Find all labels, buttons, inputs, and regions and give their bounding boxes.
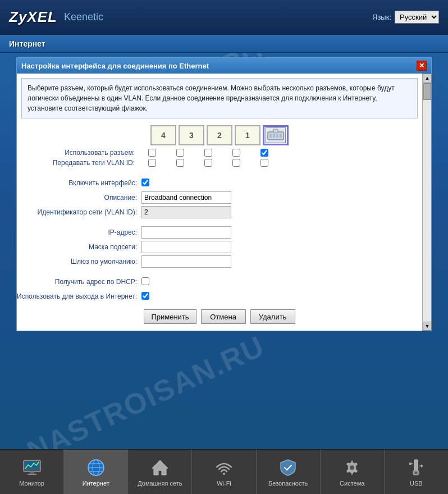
svg-point-18 bbox=[350, 465, 354, 470]
svg-rect-2 bbox=[273, 134, 275, 138]
use-port-2-checkbox[interactable] bbox=[204, 149, 212, 157]
nav-item-internet[interactable]: Интернет bbox=[64, 450, 128, 494]
enable-value bbox=[141, 176, 422, 190]
use-port-1-checkbox[interactable] bbox=[232, 149, 240, 157]
delete-button[interactable]: Удалить bbox=[250, 309, 295, 324]
watermark-bottom: NASTROISAN.RU bbox=[22, 329, 270, 449]
svg-rect-4 bbox=[280, 134, 282, 138]
nav-label-wifi: Wi-Fi bbox=[217, 480, 231, 487]
svg-point-16 bbox=[223, 473, 225, 475]
description-input[interactable] bbox=[141, 191, 231, 204]
vlan-tag-label: Передавать теги VLAN ID: bbox=[17, 159, 139, 167]
gateway-value bbox=[141, 254, 422, 269]
ip-input[interactable] bbox=[141, 226, 231, 239]
port-3[interactable]: 3 bbox=[179, 125, 204, 145]
ip-row: IP-адрес: bbox=[17, 225, 422, 240]
nav-label-system: Система bbox=[340, 480, 364, 487]
monitor-icon bbox=[22, 458, 42, 478]
lang-label: Язык: bbox=[372, 13, 391, 21]
nav-item-usb[interactable]: USB bbox=[385, 450, 448, 494]
scrollbar[interactable]: ▲ ▼ bbox=[422, 74, 431, 331]
shield-icon bbox=[278, 458, 298, 478]
enable-label: Включить интерфейс: bbox=[17, 176, 141, 190]
nav-label-security: Безопасность bbox=[268, 480, 308, 487]
dhcp-checkbox[interactable] bbox=[141, 277, 149, 285]
ports-section: 4 3 2 1 bbox=[17, 123, 422, 170]
port-wan[interactable] bbox=[263, 125, 289, 145]
svg-marker-25 bbox=[421, 464, 423, 468]
enable-checkbox[interactable] bbox=[141, 179, 149, 186]
cancel-button[interactable]: Отмена bbox=[201, 309, 246, 324]
internet-row: Использовать для выхода в Интернет: bbox=[17, 289, 422, 304]
subnet-input[interactable] bbox=[141, 241, 231, 253]
svg-rect-9 bbox=[28, 474, 36, 475]
subheader: Интернет bbox=[0, 35, 448, 53]
port-1[interactable]: 1 bbox=[235, 125, 260, 145]
svg-rect-8 bbox=[30, 472, 34, 474]
use-port-wan-checkbox[interactable] bbox=[260, 149, 268, 157]
description-row: Описание: bbox=[17, 190, 422, 205]
svg-rect-21 bbox=[415, 472, 417, 474]
language-selector[interactable]: Язык: Русский English bbox=[372, 11, 439, 24]
bottom-nav: Монитор Интернет Домашняя сеть bbox=[0, 449, 448, 494]
scroll-up-button[interactable]: ▲ bbox=[423, 74, 432, 83]
dialog-titlebar: Настройка интерфейса для соединения по E… bbox=[17, 58, 431, 74]
vlan-tag-4-checkbox[interactable] bbox=[148, 159, 156, 167]
subnet-row: Маска подсети: bbox=[17, 240, 422, 254]
nav-label-internet: Интернет bbox=[83, 480, 109, 487]
scroll-down-button[interactable]: ▼ bbox=[423, 322, 432, 331]
internet-checkbox[interactable] bbox=[141, 292, 149, 300]
form-table: Включить интерфейс: Описание: bbox=[17, 170, 422, 304]
scrollbar-thumb[interactable] bbox=[423, 83, 431, 100]
use-port-label: Использовать разъем: bbox=[17, 149, 139, 157]
nav-item-security[interactable]: Безопасность bbox=[257, 450, 321, 494]
gear-icon bbox=[342, 458, 362, 478]
nav-item-monitor[interactable]: Монитор bbox=[0, 450, 64, 494]
vlan-id-row: Идентификатор сети (VLAN ID): bbox=[17, 205, 422, 219]
logo-keenetic: Keenetic bbox=[64, 11, 103, 23]
port-icons-row: 4 3 2 1 bbox=[150, 125, 289, 145]
subnet-value bbox=[141, 240, 422, 254]
enable-row: Включить интерфейс: bbox=[17, 176, 422, 190]
use-port-4-checkbox[interactable] bbox=[148, 149, 156, 157]
ip-value bbox=[141, 225, 422, 240]
nav-item-wifi[interactable]: Wi-Fi bbox=[192, 450, 256, 494]
vlan-tag-wan-checkbox[interactable] bbox=[260, 159, 268, 167]
internet-label: Использовать для выхода в Интернет: bbox=[17, 289, 141, 304]
dhcp-value bbox=[141, 275, 422, 289]
nav-label-home-network: Домашняя сеть bbox=[138, 480, 182, 487]
page-title: Интернет bbox=[9, 39, 45, 48]
use-port-checks bbox=[139, 149, 277, 157]
wifi-icon bbox=[214, 458, 234, 478]
globe-icon bbox=[86, 458, 106, 478]
svg-rect-3 bbox=[276, 134, 278, 138]
ip-label: IP-адрес: bbox=[17, 225, 141, 240]
vlan-tag-3-checkbox[interactable] bbox=[176, 159, 184, 167]
use-port-3-checkbox[interactable] bbox=[176, 149, 184, 157]
dhcp-label: Получить адрес по DHCP: bbox=[17, 275, 141, 289]
button-row: Применить Отмена Удалить bbox=[17, 304, 422, 331]
nav-item-home-network[interactable]: Домашняя сеть bbox=[128, 450, 192, 494]
vlan-id-input[interactable] bbox=[141, 206, 231, 218]
vlan-tag-2-checkbox[interactable] bbox=[204, 159, 212, 167]
info-text: Выберите разъем, который будет использов… bbox=[28, 84, 395, 112]
description-label: Описание: bbox=[17, 190, 141, 205]
scrollbar-track[interactable] bbox=[423, 83, 431, 322]
gateway-input[interactable] bbox=[141, 255, 231, 268]
nav-item-system[interactable]: Система bbox=[321, 450, 385, 494]
port-2[interactable]: 2 bbox=[207, 125, 232, 145]
vlan-tag-1-checkbox[interactable] bbox=[232, 159, 240, 167]
port-4[interactable]: 4 bbox=[150, 125, 176, 145]
wan-port-icon bbox=[266, 127, 286, 143]
dhcp-row: Получить адрес по DHCP: bbox=[17, 275, 422, 289]
dialog-title: Настройка интерфейса для соединения по E… bbox=[21, 62, 209, 70]
dialog-body: Выберите разъем, который будет использов… bbox=[17, 74, 431, 331]
close-button[interactable]: ✕ bbox=[417, 61, 427, 71]
svg-marker-15 bbox=[152, 460, 168, 475]
svg-rect-23 bbox=[409, 463, 412, 465]
lang-dropdown[interactable]: Русский English bbox=[395, 11, 439, 24]
apply-button[interactable]: Применить bbox=[144, 309, 196, 324]
vlan-tag-row: Передавать теги VLAN ID: bbox=[17, 158, 422, 168]
vlan-id-label: Идентификатор сети (VLAN ID): bbox=[17, 205, 141, 219]
use-port-row: Использовать разъем: bbox=[17, 148, 422, 158]
